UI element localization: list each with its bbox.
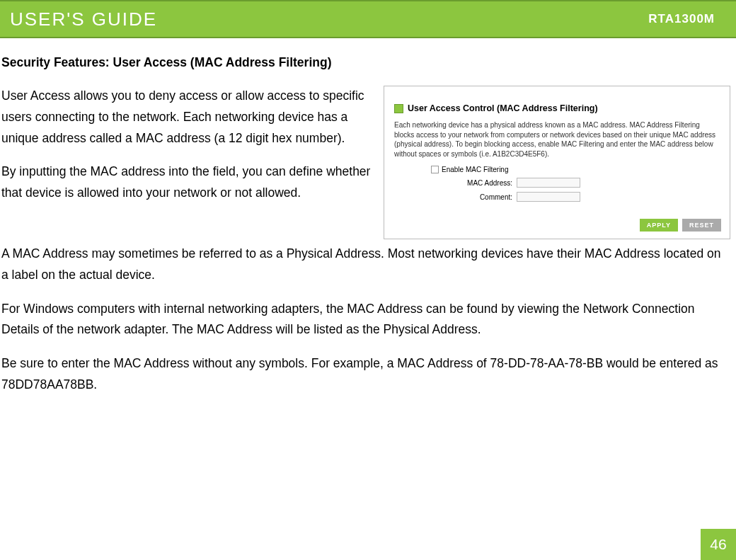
mac-address-label: MAC Address:	[431, 179, 512, 187]
content-area: Security Features: User Access (MAC Addr…	[0, 38, 736, 396]
paragraph-3: A MAC Address may sometimes be referred …	[1, 244, 730, 286]
enable-checkbox[interactable]	[431, 166, 439, 173]
header-title: USER'S GUIDE	[10, 8, 157, 30]
paragraph-5: Be sure to enter the MAC Address without…	[1, 353, 730, 396]
text-wrap-left: User Access allows you to deny access or…	[1, 86, 372, 217]
comment-input[interactable]	[517, 192, 580, 202]
paragraph-4: For Windows computers with internal netw…	[1, 299, 730, 341]
panel-buttons: APPLY RESET	[389, 219, 721, 232]
panel-accent-icon	[394, 104, 403, 113]
enable-row: Enable MAC Filtering	[431, 166, 725, 173]
page-number: 46	[701, 529, 736, 560]
paragraph-1: User Access allows you to deny access or…	[1, 86, 372, 149]
comment-row: Comment:	[431, 192, 725, 202]
header-model: RTA1300M	[648, 12, 715, 26]
enable-label: Enable MAC Filtering	[442, 166, 508, 173]
panel-title: User Access Control (MAC Address Filteri…	[408, 103, 598, 113]
comment-label: Comment:	[431, 193, 512, 201]
section-heading: Security Features: User Access (MAC Addr…	[1, 55, 730, 70]
body-text-lower: A MAC Address may sometimes be referred …	[1, 244, 730, 396]
panel-form: Enable MAC Filtering MAC Address: Commen…	[431, 166, 725, 202]
top-layout: User Access allows you to deny access or…	[1, 86, 730, 239]
mac-address-input[interactable]	[517, 178, 580, 188]
router-settings-panel: User Access Control (MAC Address Filteri…	[384, 86, 730, 239]
reset-button[interactable]: RESET	[682, 219, 721, 232]
header-banner: USER'S GUIDE RTA1300M	[0, 0, 736, 38]
panel-title-row: User Access Control (MAC Address Filteri…	[394, 103, 725, 113]
panel-description: Each networking device has a physical ad…	[394, 120, 720, 159]
mac-address-row: MAC Address:	[431, 178, 725, 188]
apply-button[interactable]: APPLY	[640, 219, 678, 232]
paragraph-2: By inputting the MAC address into the fi…	[1, 161, 372, 204]
